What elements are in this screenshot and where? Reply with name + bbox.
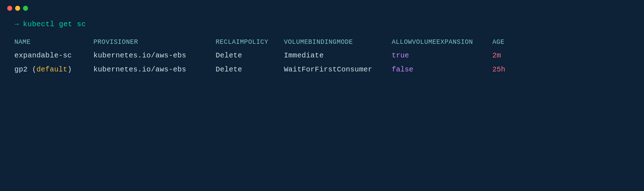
row2-allowvolumeexpansion: false: [392, 65, 492, 74]
header-age: AGE: [492, 38, 630, 46]
table-container: NAME PROVISIONER RECLAIMPOLICY VOLUMEBIN…: [14, 38, 630, 74]
row2-age: 25h: [492, 65, 630, 74]
row1-name: expandable-sc: [14, 51, 93, 60]
maximize-button[interactable]: [23, 6, 28, 11]
header-reclaimpolicy: RECLAIMPOLICY: [216, 38, 284, 46]
header-name: NAME: [14, 38, 93, 46]
row1-provisioner: kubernetes.io/aws-ebs: [93, 51, 216, 60]
row2-reclaimpolicy: Delete: [216, 65, 284, 74]
command-text: kubectl get sc: [23, 20, 86, 28]
row1-age: 2m: [492, 51, 630, 60]
default-badge: default: [37, 65, 68, 74]
header-allowvolumeexpansion: ALLOWVOLUMEEXPANSION: [392, 38, 492, 46]
row1-reclaimpolicy: Delete: [216, 51, 284, 60]
row1-volumebindingmode: Immediate: [284, 51, 392, 60]
header-provisioner: PROVISIONER: [93, 38, 216, 46]
row1-allowvolumeexpansion: true: [392, 51, 492, 60]
command-line: → kubectl get sc: [14, 20, 630, 28]
close-button[interactable]: [7, 6, 12, 11]
terminal-content: → kubectl get sc NAME PROVISIONER RECLAI…: [0, 17, 644, 87]
table-row: expandable-sc kubernetes.io/aws-ebs Dele…: [14, 51, 630, 60]
row2-volumebindingmode: WaitForFirstConsumer: [284, 65, 392, 74]
prompt-arrow: →: [14, 20, 19, 28]
header-volumebindingmode: VOLUMEBINDINGMODE: [284, 38, 392, 46]
terminal-window: → kubectl get sc NAME PROVISIONER RECLAI…: [0, 0, 644, 191]
title-bar: [0, 0, 644, 17]
table-row: gp2 (default) kubernetes.io/aws-ebs Dele…: [14, 65, 630, 74]
row2-name: gp2 (default): [14, 65, 93, 74]
row2-provisioner: kubernetes.io/aws-ebs: [93, 65, 216, 74]
table-header-row: NAME PROVISIONER RECLAIMPOLICY VOLUMEBIN…: [14, 38, 630, 46]
minimize-button[interactable]: [15, 6, 20, 11]
